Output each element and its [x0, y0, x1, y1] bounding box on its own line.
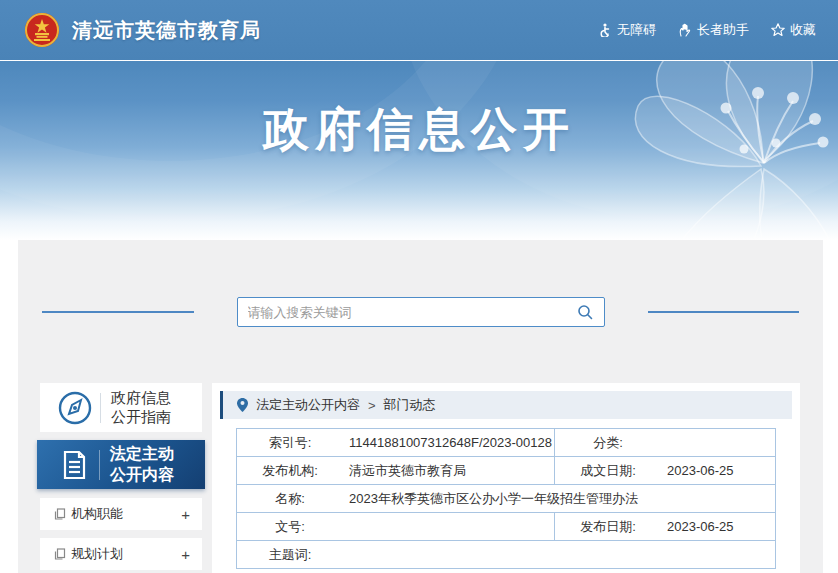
- table-row: 发布机构:清远市英德市教育局成文日期:2023-06-25: [237, 457, 776, 485]
- site-title[interactable]: 清远市英德市教育局: [72, 17, 261, 44]
- site-brand: 清远市英德市教育局: [24, 12, 261, 48]
- table-cell: 成文日期:2023-06-25: [555, 457, 776, 485]
- field-value: 2023-06-25: [661, 463, 775, 478]
- breadcrumb-current: 部门动态: [384, 396, 436, 414]
- breadcrumb: 法定主动公开内容 > 部门动态: [220, 391, 792, 419]
- table-cell: 分类:: [555, 429, 776, 457]
- field-label: 名称:: [237, 490, 343, 508]
- search-icon[interactable]: [576, 303, 594, 321]
- header-link-label: 无障碍: [617, 21, 656, 39]
- location-pin-icon: [237, 398, 248, 412]
- divider: [99, 450, 100, 480]
- sidebar-item-label: 政府信息 公开指南: [111, 389, 171, 427]
- breadcrumb-separator: >: [368, 398, 376, 413]
- sidebar-item-label: 法定主动 公开内容: [110, 444, 174, 486]
- header-link-label: 收藏: [790, 21, 816, 39]
- elder-assist-icon: [678, 23, 692, 37]
- header-link-2[interactable]: 收藏: [771, 21, 816, 39]
- accessibility-icon: [598, 23, 612, 37]
- main-panel: 法定主动公开内容 > 部门动态 索引号:11441881007312648F/2…: [212, 383, 800, 573]
- content-container: 政府信息 公开指南 法定主动 公开内容 机构职能+规划计划+: [18, 240, 823, 573]
- field-label: 发布机构:: [237, 462, 343, 480]
- national-emblem-logo: [24, 12, 60, 48]
- pages-icon: [54, 508, 66, 520]
- field-label: 主题词:: [237, 546, 343, 564]
- table-row: 名称:2023年秋季英德市区公办小学一年级招生管理办法: [237, 485, 776, 513]
- header-link-0[interactable]: 无障碍: [598, 21, 656, 39]
- left-decorative-line: [42, 311, 194, 313]
- field-label: 成文日期:: [555, 462, 661, 480]
- search-row: [18, 297, 823, 327]
- field-label: 发布日期:: [555, 518, 661, 536]
- field-value: 2023-06-25: [661, 519, 775, 534]
- table-cell: 索引号:11441881007312648F/2023-00128: [237, 429, 555, 457]
- table-row: 文号:发布日期:2023-06-25: [237, 513, 776, 541]
- field-label: 索引号:: [237, 434, 343, 452]
- sidebar-item-statutory-disclosure[interactable]: 法定主动 公开内容: [37, 440, 205, 489]
- sidebar-subitem-label: 规划计划: [71, 545, 181, 563]
- table-row: 索引号:11441881007312648F/2023-00128分类:: [237, 429, 776, 457]
- sidebar-subitem-0[interactable]: 机构职能+: [40, 498, 202, 530]
- star-icon: [771, 23, 785, 37]
- table-cell: 主题词:: [237, 541, 776, 569]
- field-value: 清远市英德市教育局: [343, 462, 554, 480]
- search-input[interactable]: [248, 305, 576, 320]
- expand-plus-icon[interactable]: +: [181, 546, 190, 563]
- pages-icon: [54, 548, 66, 560]
- sidebar-subitem-1[interactable]: 规划计划+: [40, 538, 202, 570]
- content-row: 政府信息 公开指南 法定主动 公开内容 机构职能+规划计划+: [18, 383, 823, 573]
- field-label: 文号:: [237, 518, 343, 536]
- header-utility-links: 无障碍长者助手收藏: [598, 21, 816, 39]
- sidebar: 政府信息 公开指南 法定主动 公开内容 机构职能+规划计划+: [40, 383, 202, 570]
- header-link-label: 长者助手: [697, 21, 749, 39]
- divider: [100, 393, 101, 423]
- field-value: 11441881007312648F/2023-00128: [343, 435, 554, 450]
- breadcrumb-root[interactable]: 法定主动公开内容: [256, 396, 360, 414]
- top-header-bar: 清远市英德市教育局 无障碍长者助手收藏: [0, 0, 838, 60]
- field-value: 2023年秋季英德市区公办小学一年级招生管理办法: [343, 490, 775, 508]
- sidebar-subitem-label: 机构职能: [71, 505, 181, 523]
- table-cell: 发布机构:清远市英德市教育局: [237, 457, 555, 485]
- field-label: 分类:: [555, 434, 661, 452]
- table-cell: 文号:: [237, 513, 555, 541]
- header-link-1[interactable]: 长者助手: [678, 21, 749, 39]
- info-table-body: 索引号:11441881007312648F/2023-00128分类:发布机构…: [237, 429, 776, 569]
- document-info-table: 索引号:11441881007312648F/2023-00128分类:发布机构…: [236, 428, 776, 569]
- sidebar-item-guide[interactable]: 政府信息 公开指南: [40, 383, 202, 432]
- table-cell: 名称:2023年秋季英德市区公办小学一年级招生管理办法: [237, 485, 776, 513]
- banner: 政府信息公开: [0, 60, 838, 240]
- document-icon: [57, 448, 91, 482]
- table-row: 主题词:: [237, 541, 776, 569]
- search-box: [237, 297, 605, 327]
- sidebar-subitems: 机构职能+规划计划+: [40, 498, 202, 570]
- expand-plus-icon[interactable]: +: [181, 506, 190, 523]
- table-cell: 发布日期:2023-06-25: [555, 513, 776, 541]
- page-title: 政府信息公开: [0, 99, 838, 161]
- right-decorative-line: [648, 311, 800, 313]
- compass-pen-icon: [58, 391, 92, 425]
